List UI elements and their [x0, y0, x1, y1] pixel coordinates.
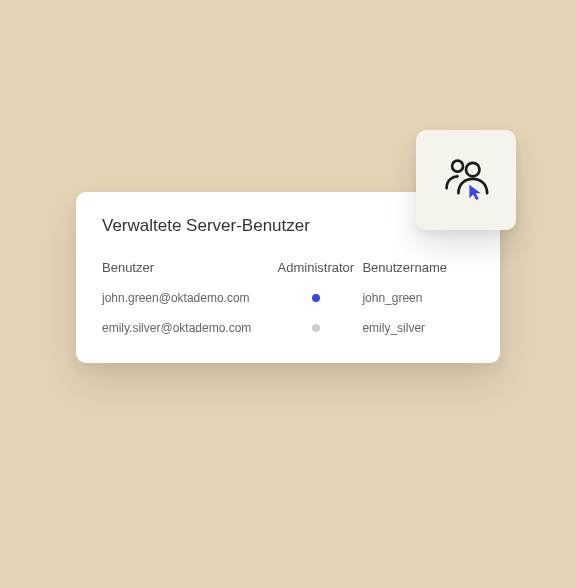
- table-cell-admin: [269, 294, 362, 302]
- column-header-admin: Administrator: [269, 260, 362, 275]
- column-header-user: Benutzer: [102, 260, 269, 275]
- column-header-username: Benutzername: [362, 260, 474, 275]
- table-cell-user: emily.silver@oktademo.com: [102, 321, 269, 335]
- users-table: Benutzer Administrator Benutzername john…: [102, 260, 474, 335]
- table-cell-username: emily_silver: [362, 321, 474, 335]
- users-cursor-icon: [439, 151, 493, 209]
- table-cell-username: john_green: [362, 291, 474, 305]
- table-cell-user: john.green@oktademo.com: [102, 291, 269, 305]
- table-cell-admin: [269, 324, 362, 332]
- users-icon-tile: [416, 130, 516, 230]
- svg-point-1: [466, 163, 480, 177]
- svg-point-0: [452, 161, 463, 172]
- admin-indicator-active: [312, 294, 320, 302]
- admin-indicator-inactive: [312, 324, 320, 332]
